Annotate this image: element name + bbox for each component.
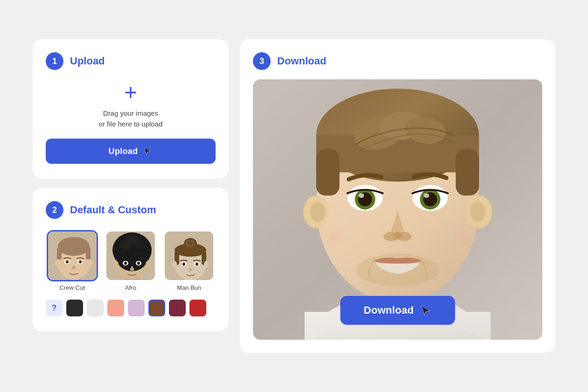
svg-point-66 bbox=[358, 193, 364, 198]
svg-rect-6 bbox=[57, 248, 62, 259]
svg-point-42 bbox=[196, 263, 198, 266]
upload-title: Upload bbox=[70, 55, 105, 67]
upload-header: 1 Upload bbox=[46, 52, 216, 70]
svg-point-41 bbox=[182, 263, 185, 266]
svg-rect-5 bbox=[58, 246, 90, 253]
step3-badge: 3 bbox=[253, 52, 271, 70]
custom-title: Default & Custom bbox=[70, 204, 156, 216]
svg-point-10 bbox=[66, 260, 69, 264]
left-panel: 1 Upload + Drag your images or file here… bbox=[33, 39, 229, 331]
download-button-label: Download bbox=[364, 304, 414, 316]
upload-hint: Drag your images or file here to upload bbox=[99, 108, 163, 129]
color-swatch-peach[interactable] bbox=[107, 300, 124, 316]
svg-point-59 bbox=[310, 202, 325, 222]
step1-badge: 1 bbox=[46, 52, 63, 70]
color-swatch-white[interactable] bbox=[87, 300, 104, 316]
plus-icon: + bbox=[124, 81, 137, 104]
cursor-icon bbox=[142, 146, 153, 156]
upload-hint-line1: Drag your images bbox=[103, 109, 158, 117]
download-title: Download bbox=[277, 55, 326, 67]
upload-button[interactable]: Upload bbox=[46, 139, 216, 164]
preview-image-container: Download bbox=[253, 79, 542, 340]
svg-rect-7 bbox=[86, 248, 91, 259]
crew-cut-label: Crew Cut bbox=[60, 284, 85, 291]
custom-card: 2 Default & Custom bbox=[33, 188, 229, 331]
svg-point-28 bbox=[146, 261, 150, 267]
svg-point-25 bbox=[124, 262, 127, 265]
custom-header: 2 Default & Custom bbox=[46, 201, 216, 219]
hairstyle-grid: Crew Cut bbox=[46, 230, 216, 291]
color-swatch-red[interactable] bbox=[189, 300, 206, 316]
download-button[interactable]: Download bbox=[340, 296, 455, 325]
upload-card: 1 Upload + Drag your images or file here… bbox=[33, 39, 229, 179]
color-swatch-light-purple[interactable] bbox=[128, 300, 145, 316]
svg-point-73 bbox=[393, 232, 402, 239]
svg-rect-52 bbox=[316, 149, 340, 196]
svg-point-70 bbox=[424, 193, 429, 198]
svg-point-12 bbox=[55, 260, 59, 266]
color-swatch-question[interactable]: ? bbox=[46, 300, 63, 316]
svg-point-60 bbox=[470, 202, 485, 222]
man-bun-label: Man Bun bbox=[177, 284, 201, 291]
upload-area: + Drag your images or file here to uploa… bbox=[46, 81, 216, 129]
svg-point-22 bbox=[126, 235, 139, 245]
afro-label: Afro bbox=[125, 284, 136, 291]
svg-point-44 bbox=[204, 261, 209, 267]
svg-rect-53 bbox=[456, 149, 479, 196]
afro-wrapper bbox=[105, 230, 156, 281]
svg-point-61 bbox=[316, 212, 372, 254]
color-swatch-dark-red[interactable] bbox=[169, 300, 186, 316]
svg-point-74 bbox=[356, 254, 439, 287]
crew-cut-face bbox=[48, 231, 98, 281]
man-bun-wrapper bbox=[163, 230, 215, 281]
svg-point-62 bbox=[423, 212, 479, 254]
download-card: 3 Download bbox=[240, 39, 555, 353]
upload-button-label: Upload bbox=[109, 147, 138, 156]
svg-point-38 bbox=[188, 242, 193, 245]
man-bun-face bbox=[165, 231, 215, 281]
download-header: 3 Download bbox=[253, 52, 542, 70]
svg-point-26 bbox=[137, 262, 140, 265]
afro-face bbox=[106, 231, 156, 281]
color-swatch-brown[interactable] bbox=[148, 300, 165, 316]
hairstyle-afro[interactable]: Afro bbox=[104, 230, 157, 291]
color-swatch-black[interactable] bbox=[66, 300, 83, 316]
color-palette: ? bbox=[46, 300, 216, 316]
svg-point-11 bbox=[79, 260, 82, 264]
crew-cut-wrapper bbox=[47, 230, 98, 281]
svg-point-13 bbox=[88, 260, 93, 266]
main-container: 1 Upload + Drag your images or file here… bbox=[14, 21, 574, 371]
hairstyle-man-bun[interactable]: Man Bun bbox=[163, 230, 216, 291]
step2-badge: 2 bbox=[46, 201, 63, 219]
svg-point-27 bbox=[114, 261, 119, 267]
svg-point-43 bbox=[172, 261, 177, 267]
hairstyle-crew-cut[interactable]: Crew Cut bbox=[46, 230, 98, 291]
upload-hint-line2: or file here to upload bbox=[99, 120, 163, 128]
download-cursor-icon bbox=[420, 304, 432, 316]
